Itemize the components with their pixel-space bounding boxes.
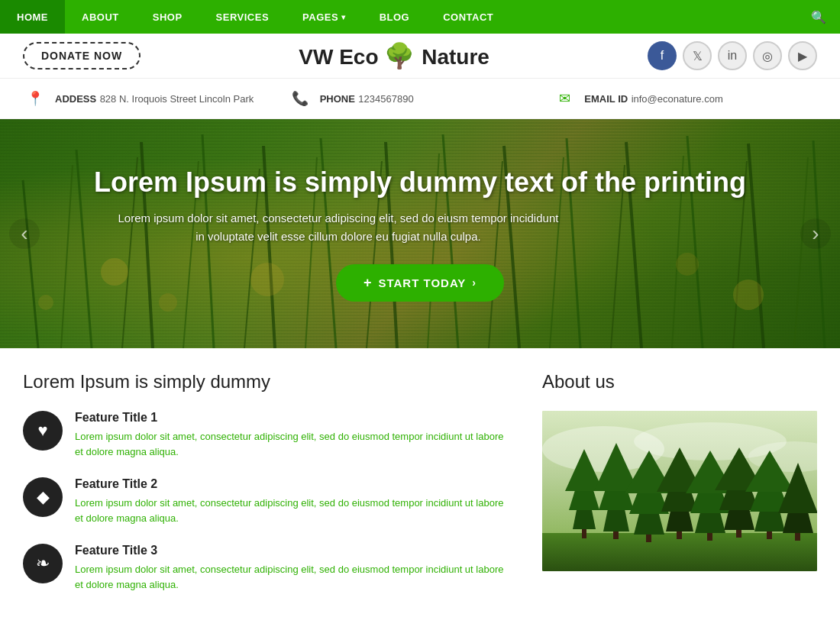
nav-item-shop[interactable]: SHOP [136, 0, 199, 34]
svg-rect-53 [677, 531, 682, 539]
feature-title-3: Feature Title 3 [75, 544, 512, 557]
arrow-icon: › [472, 276, 477, 289]
nav-item-pages[interactable]: PAGES ▾ [286, 0, 363, 34]
svg-rect-41 [582, 529, 586, 538]
location-icon: 📍 [23, 86, 47, 111]
logo-tree-icon: 🌳 [384, 42, 422, 69]
svg-rect-49 [646, 535, 651, 542]
address-label: ADDESS [55, 93, 96, 105]
svg-rect-66 [767, 531, 772, 539]
feature-item-2: ◆ Feature Title 2 Lorem ipsum dolor sit … [23, 477, 512, 525]
social-icons-group: f 𝕏 in ◎ ▶ [648, 41, 817, 70]
feature-item-3: ❧ Feature Title 3 Lorem ipsum dolor sit … [23, 544, 512, 592]
feature-title-2: Feature Title 2 [75, 477, 512, 491]
main-content: Lorem Ipsum is simply dummy ♥ Feature Ti… [0, 348, 840, 630]
main-nav: HOME ABOUT SHOP SERVICES PAGES ▾ BLOG CO… [0, 0, 840, 34]
about-image [542, 411, 817, 571]
phone-info: 📞 PHONE 1234567890 [288, 86, 553, 111]
pages-dropdown-arrow: ▾ [341, 13, 346, 21]
hero-title: Lorem Ipsum is simply dummy text of the … [94, 166, 746, 199]
hero-content: Lorem Ipsum is simply dummy text of the … [94, 166, 746, 302]
about-title: About us [542, 371, 817, 393]
hero-subtitle: Lorem ipsum dolor sit amet, consectetur … [94, 209, 583, 246]
instagram-icon[interactable]: ◎ [753, 41, 782, 70]
address-value: 828 N. Iroquois Street Lincoln Park [100, 93, 254, 105]
email-icon: ✉ [552, 86, 577, 111]
features-title: Lorem Ipsum is simply dummy [23, 371, 512, 393]
address-info: 📍 ADDESS 828 N. Iroquois Street Lincoln … [23, 86, 288, 111]
nav-item-contact[interactable]: CONTACT [426, 0, 510, 34]
feature-icon-2: ◆ [23, 477, 63, 517]
feature-desc-3: Lorem ipsum dolor sit amet, consectetur … [75, 562, 512, 592]
feature-title-1: Feature Title 1 [75, 411, 512, 425]
linkedin-icon[interactable]: in [718, 41, 747, 70]
feature-item-1: ♥ Feature Title 1 Lorem ipsum dolor sit … [23, 411, 512, 459]
feature-desc-2: Lorem ipsum dolor sit amet, consectetur … [75, 496, 512, 525]
email-value: info@econature.com [632, 93, 723, 105]
site-header: DONATE NOW VW Eco 🌳 Nature f 𝕏 in ◎ ▶ [0, 34, 840, 79]
svg-rect-69 [795, 533, 800, 541]
nav-item-about[interactable]: ABOUT [65, 0, 136, 34]
feature-icon-1: ♥ [23, 411, 63, 451]
start-today-button[interactable]: + START TODAY › [336, 264, 504, 302]
svg-rect-62 [736, 530, 741, 538]
forest-illustration [542, 411, 817, 571]
hero-section: ‹ Lorem Ipsum is simply dummy text of th… [0, 119, 840, 348]
nav-item-home[interactable]: HOME [0, 0, 65, 34]
nav-item-blog[interactable]: BLOG [363, 0, 427, 34]
donate-button[interactable]: DONATE NOW [23, 42, 141, 69]
site-logo: VW Eco 🌳 Nature [141, 41, 648, 70]
svg-rect-57 [707, 533, 712, 541]
logo-text-post: Nature [422, 45, 489, 69]
phone-label: PHONE [320, 93, 355, 105]
youtube-icon[interactable]: ▶ [788, 41, 817, 70]
about-section: About us [542, 371, 817, 610]
email-label: EMAIL ID [584, 93, 628, 105]
feature-icon-3: ❧ [23, 544, 63, 583]
twitter-icon[interactable]: 𝕏 [683, 41, 712, 70]
phone-icon: 📞 [288, 86, 312, 111]
facebook-icon[interactable]: f [648, 41, 677, 70]
hero-btn-label: START TODAY [378, 276, 466, 289]
hero-next-button[interactable]: › [800, 218, 831, 249]
plus-icon: + [363, 275, 373, 291]
search-button[interactable]: 🔍 [797, 0, 840, 34]
svg-rect-45 [613, 531, 619, 539]
phone-value: 1234567890 [358, 93, 413, 105]
features-section: Lorem Ipsum is simply dummy ♥ Feature Ti… [23, 371, 512, 610]
hero-prev-button[interactable]: ‹ [9, 218, 40, 249]
nav-item-services[interactable]: SERVICES [199, 0, 286, 34]
logo-text-pre: VW Eco [299, 45, 378, 69]
info-bar: 📍 ADDESS 828 N. Iroquois Street Lincoln … [0, 79, 840, 119]
feature-desc-1: Lorem ipsum dolor sit amet, consectetur … [75, 429, 512, 459]
email-info: ✉ EMAIL ID info@econature.com [552, 86, 817, 111]
